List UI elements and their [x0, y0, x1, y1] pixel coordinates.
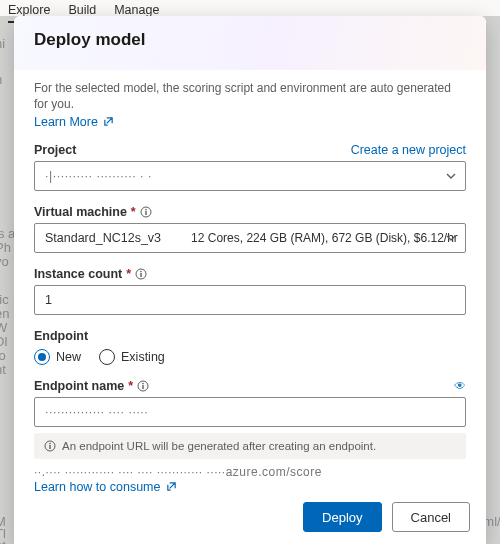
chevron-down-icon: [445, 170, 457, 182]
deploy-button-label: Deploy: [322, 510, 362, 525]
bg-letter: vo: [0, 254, 9, 269]
vm-label: Virtual machine *: [34, 205, 152, 219]
info-icon[interactable]: [135, 268, 147, 280]
svg-point-1: [145, 209, 147, 211]
bg-letter: to: [0, 348, 6, 363]
endpoint-name-text: Endpoint name: [34, 379, 124, 393]
info-icon: [44, 440, 56, 452]
vm-select[interactable]: Standard_NC12s_v3 12 Cores, 224 GB (RAM)…: [34, 223, 466, 253]
cancel-button-label: Cancel: [411, 510, 451, 525]
project-label: Project: [34, 143, 76, 157]
intro-text: For the selected model, the scoring scri…: [34, 80, 466, 112]
endpoint-name-input[interactable]: ··············· ···· ·····: [34, 397, 466, 427]
info-icon[interactable]: [137, 380, 149, 392]
svg-rect-5: [140, 273, 141, 277]
project-value: ·|·········· ·········· · ·: [45, 169, 152, 183]
bg-letter: en: [0, 306, 9, 321]
bg-letter: ric: [0, 292, 9, 307]
deploy-model-dialog: Deploy model For the selected model, the…: [14, 16, 486, 544]
instance-count-text: Instance count: [34, 267, 122, 281]
bg-letter: hi: [0, 36, 5, 51]
svg-rect-2: [145, 211, 146, 215]
endpoint-radio-new[interactable]: New: [34, 349, 81, 365]
endpoint-name-value: ··············· ···· ·····: [45, 405, 148, 419]
bg-letter: ht: [0, 362, 6, 377]
bg-text: is a: [0, 226, 15, 241]
dialog-title: Deploy model: [34, 30, 466, 50]
cancel-button[interactable]: Cancel: [392, 502, 470, 532]
project-select[interactable]: ·|·········· ·········· · ·: [34, 161, 466, 191]
svg-rect-11: [49, 445, 50, 449]
external-link-icon: [166, 481, 177, 492]
vm-name: Standard_NC12s_v3: [45, 231, 161, 245]
create-project-link[interactable]: Create a new project: [351, 143, 466, 157]
vm-spec: 12 Cores, 224 GB (RAM), 672 GB (Disk), $…: [191, 231, 458, 245]
endpoint-hint-text: An endpoint URL will be generated after …: [62, 440, 376, 452]
bg-letter: Dl: [0, 334, 7, 349]
required-mark: *: [131, 205, 136, 219]
endpoint-existing-label: Existing: [121, 350, 165, 364]
bg-letter: W: [0, 320, 7, 335]
learn-consume-label: Learn how to consume: [34, 480, 160, 492]
instance-count-value: 1: [45, 293, 52, 307]
endpoint-score-url: ··.···· ············· ···· ···· ········…: [34, 465, 466, 479]
radio-dot-icon: [34, 349, 50, 365]
endpoint-name-label: Endpoint name *: [34, 379, 149, 393]
endpoint-radio-existing[interactable]: Existing: [99, 349, 165, 365]
visibility-icon[interactable]: 👁: [454, 379, 466, 393]
bg-letter: n: [0, 72, 2, 87]
learn-consume-link[interactable]: Learn how to consume: [34, 480, 177, 492]
endpoint-url-hint: An endpoint URL will be generated after …: [34, 433, 466, 459]
external-link-icon: [103, 116, 114, 127]
endpoint-label: Endpoint: [34, 329, 466, 343]
deploy-button[interactable]: Deploy: [303, 502, 381, 532]
dialog-header: Deploy model: [14, 16, 486, 70]
learn-more-link[interactable]: Learn More: [34, 115, 114, 129]
learn-more-label: Learn More: [34, 115, 98, 129]
instance-count-input[interactable]: 1: [34, 285, 466, 315]
dialog-footer: Deploy Cancel: [14, 492, 486, 544]
chevron-down-icon: [445, 232, 457, 244]
instance-count-label: Instance count *: [34, 267, 147, 281]
svg-point-4: [140, 271, 142, 273]
bg-letter: pt: [0, 538, 6, 544]
endpoint-new-label: New: [56, 350, 81, 364]
required-mark: *: [126, 267, 131, 281]
dialog-body: For the selected model, the scoring scri…: [14, 70, 486, 492]
info-icon[interactable]: [140, 206, 152, 218]
required-mark: *: [128, 379, 133, 393]
svg-point-10: [49, 443, 51, 445]
vm-label-text: Virtual machine: [34, 205, 127, 219]
svg-rect-8: [142, 385, 143, 389]
bg-letter: Ph: [0, 240, 11, 255]
radio-circle-icon: [99, 349, 115, 365]
svg-point-7: [142, 383, 144, 385]
